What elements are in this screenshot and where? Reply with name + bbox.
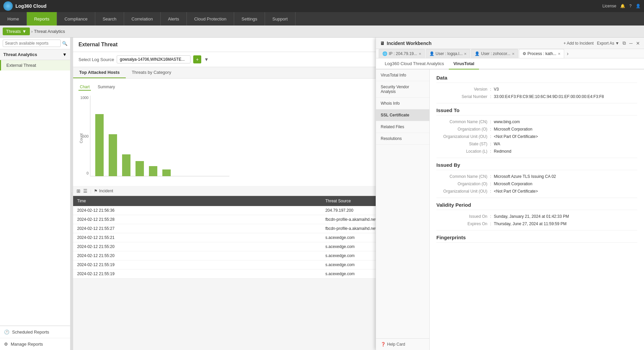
field-expires-on: Expires On : Thursday, June 27, 2024 at … — [436, 221, 637, 226]
export-button[interactable]: Export As ▼ — [597, 41, 619, 46]
threats-dropdown[interactable]: Threats ▼ — [3, 28, 30, 35]
incident-button[interactable]: ⚑ Incident — [94, 189, 113, 193]
add-log-source-button[interactable]: + — [193, 55, 201, 63]
section-issued-to-title: Issued To — [436, 107, 637, 115]
top-bar-left: Log360 Cloud — [3, 1, 47, 11]
divider-3 — [436, 198, 637, 198]
wtab-process-kath[interactable]: ⚙ Process : kath... ✕ — [519, 49, 564, 58]
search-icon[interactable]: 🔍 — [62, 41, 67, 46]
wtab-process-label: Process : kath... — [528, 51, 556, 56]
nav-item-reports[interactable]: Reports — [27, 12, 57, 26]
sidebar-item-external-threat[interactable]: External Threat — [0, 60, 70, 70]
add-tab-button[interactable]: › — [565, 51, 571, 57]
resize-handle[interactable]: ⋮ — [70, 38, 73, 350]
chart-svg: 1000 500 0 Count 192... — [78, 94, 233, 178]
nav-item-search[interactable]: Search — [95, 12, 124, 26]
manage-reports-item[interactable]: ⚙ Manage Reports — [0, 338, 70, 350]
clock-icon: 🕐 — [4, 330, 9, 335]
workbench-panel: 🖥 Incident Workbench + Add to Incident E… — [376, 38, 644, 350]
cell-time: 2024-02-12 21:55:21 — [73, 233, 321, 242]
field-location-label: Location (L) — [436, 149, 490, 154]
grid-view-icon[interactable]: ⊞ — [76, 188, 80, 194]
field-issued-on: Issued On : Sunday, January 21, 2024 at … — [436, 214, 637, 219]
wtab-ip-close[interactable]: ✕ — [419, 52, 421, 56]
svg-text:500: 500 — [83, 134, 89, 138]
nav-item-settings[interactable]: Settings — [234, 12, 265, 26]
wtab-user-logqa-close[interactable]: ✕ — [464, 52, 467, 56]
svg-text:1000: 1000 — [80, 96, 89, 100]
breadcrumb: Threat Analytics — [34, 29, 65, 34]
notification-icon[interactable]: 🔔 — [620, 4, 625, 8]
search-input[interactable] — [3, 40, 61, 47]
nav-item-alerts[interactable]: Alerts — [161, 12, 187, 26]
workbench-actions: + Add to Incident Export As ▼ ⧉ ─ ✕ — [564, 40, 640, 46]
wsidebar-virustotal-info[interactable]: VirusTotal Info — [376, 69, 429, 81]
workbench-title-text: Incident Workbench — [387, 41, 432, 46]
field-issued-on-value: Sunday, January 21, 2024 at 01:42:33 PM — [494, 214, 569, 219]
divider-4 — [436, 230, 637, 231]
wnav-virustotal[interactable]: VirusTotal — [449, 58, 479, 69]
nav-item-support[interactable]: Support — [265, 12, 296, 26]
wsidebar-resolutions[interactable]: Resolutions — [376, 133, 429, 145]
wsidebar-help-card[interactable]: ❓ Help Card — [376, 338, 429, 350]
minimize-icon[interactable]: ─ — [629, 41, 633, 46]
cell-time: 2024-02-12 21:55:19 — [73, 260, 321, 269]
section-validity-title: Validity Period — [436, 202, 637, 210]
nav-item-home[interactable]: Home — [0, 12, 27, 26]
wsidebar-security-vendor[interactable]: Security Vendor Analysis — [376, 81, 429, 98]
process-icon: ⚙ — [523, 51, 526, 56]
main-layout: 🔍 Threat Analytics ▼ External Threat 🕐 S… — [0, 38, 644, 350]
help-icon[interactable]: ? — [629, 4, 632, 8]
field-ou-issued-to-label: Organizational Unit (OU) — [436, 134, 490, 139]
nav-item-cloud-protection[interactable]: Cloud Protection — [187, 12, 234, 26]
field-state-label: State (ST) — [436, 142, 490, 146]
field-org-issued-by: Organization (O) : Microsoft Corporation — [436, 182, 637, 186]
user-icon[interactable]: 👤 — [636, 4, 641, 8]
wsidebar-related-files[interactable]: Related Files — [376, 121, 429, 133]
cell-time: 2024-02-12 21:55:27 — [73, 224, 321, 233]
copy-icon[interactable]: ⧉ — [623, 40, 626, 46]
incident-label: Incident — [99, 189, 113, 193]
svg-text:0: 0 — [87, 171, 89, 175]
divider: | — [90, 189, 91, 194]
section-data-title: Data — [436, 75, 637, 83]
wtab-process-close[interactable]: ✕ — [558, 52, 560, 56]
sidebar-section-threat-analytics[interactable]: Threat Analytics ▼ — [0, 49, 70, 60]
chevron-down-icon: ▼ — [615, 41, 619, 46]
chevron-down-icon: ▼ — [22, 29, 26, 34]
cell-time: 2024-02-12 21:56:36 — [73, 206, 321, 215]
chart-subtab-summary[interactable]: Summary — [96, 84, 116, 91]
tab-top-attacked[interactable]: Top Attacked Hosts — [73, 67, 126, 78]
scheduled-reports-item[interactable]: 🕐 Scheduled Reports — [0, 326, 70, 338]
chart-subtab-chart[interactable]: Chart — [78, 84, 91, 91]
log-source-input[interactable] — [117, 55, 191, 63]
field-cn-issued-to-label: Common Name (CN) — [436, 119, 490, 124]
wtab-user-zohocor-close[interactable]: ✕ — [512, 52, 515, 56]
log-source-label: Select Log Source — [78, 57, 114, 62]
wnav-log360[interactable]: Log360 Cloud Threat Analytics — [380, 58, 449, 69]
chevron-icon: ▼ — [62, 52, 67, 57]
field-version-label: Version — [436, 87, 490, 92]
tab-threats-category[interactable]: Threats by Category — [126, 67, 177, 78]
filter-icon[interactable]: ▼ — [204, 57, 209, 62]
wtab-user-zohocor[interactable]: 👤 User : zohocor... ✕ — [471, 49, 518, 58]
license-label[interactable]: License — [602, 4, 616, 8]
nav-item-compliance[interactable]: Compliance — [57, 12, 95, 26]
wsidebar-ssl-cert[interactable]: SSL Certificate — [376, 109, 429, 121]
field-serial-number: Serial Number : 33:00:E4:F3:F8:C9:9E:10:… — [436, 94, 637, 99]
wtab-ip[interactable]: 🌐 IP : 204.79.19... ✕ — [379, 49, 425, 58]
list-view-icon[interactable]: ☰ — [83, 188, 88, 194]
gear-icon: ⚙ — [4, 342, 8, 347]
wtab-user-logqa[interactable]: 👤 User : logqa.l... ✕ — [426, 49, 471, 58]
sidebar-search-area: 🔍 — [0, 38, 70, 49]
field-serial-label: Serial Number — [436, 94, 490, 99]
wsidebar-whois-info[interactable]: Whois Info — [376, 98, 429, 109]
add-to-incident-button[interactable]: + Add to Incident — [564, 41, 594, 46]
field-serial-value: 33:00:E4:F3:F8:C9:9E:10:6C:94:9D:01:EF:0… — [494, 94, 604, 99]
field-version: Version : V3 — [436, 87, 637, 92]
field-expires-on-value: Thursday, June 27, 2024 at 11:59:59 PM — [494, 221, 567, 226]
field-location-issued-to: Location (L) : Redmond — [436, 149, 637, 154]
nav-item-correlation[interactable]: Correlation — [124, 12, 161, 26]
help-icon: ❓ — [381, 342, 386, 347]
close-icon[interactable]: ✕ — [636, 41, 640, 46]
